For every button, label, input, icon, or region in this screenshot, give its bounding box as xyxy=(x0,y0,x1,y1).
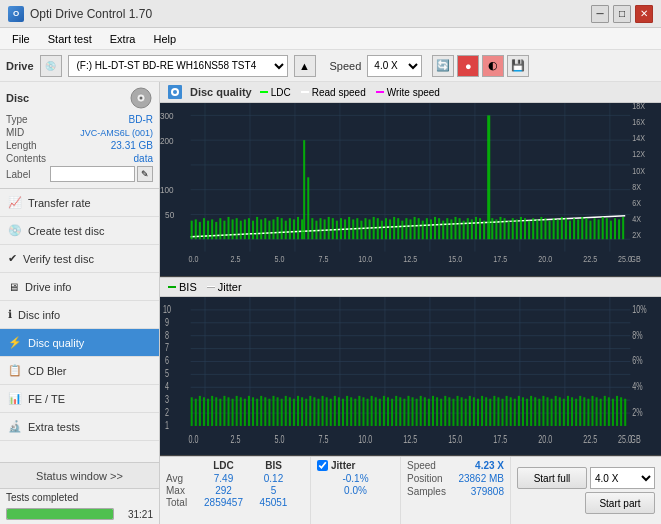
svg-rect-252 xyxy=(448,398,450,427)
speed-select[interactable]: 4.0 X xyxy=(367,55,422,77)
jitter-checkbox[interactable] xyxy=(317,460,328,471)
svg-text:9: 9 xyxy=(165,317,169,329)
svg-text:10: 10 xyxy=(163,304,171,316)
svg-rect-266 xyxy=(506,396,508,426)
svg-text:7: 7 xyxy=(165,343,169,355)
start-part-button[interactable]: Start part xyxy=(585,492,655,514)
right-panel: Disc quality LDC Read speed Write speed xyxy=(160,82,661,524)
save-icon[interactable]: 💾 xyxy=(507,55,529,77)
nav-fe-te[interactable]: 📊 FE / TE xyxy=(0,385,159,413)
svg-rect-264 xyxy=(497,398,499,427)
svg-text:20.0: 20.0 xyxy=(538,434,552,446)
disc-quality-icon: ⚡ xyxy=(8,336,22,349)
jitter-header-label: Jitter xyxy=(331,460,355,471)
svg-rect-94 xyxy=(426,218,428,239)
minimize-button[interactable]: ─ xyxy=(591,5,609,23)
max-jitter: 0.0% xyxy=(317,485,394,496)
nav-drive-info[interactable]: 🖥 Drive info xyxy=(0,273,159,301)
speed-label: Speed xyxy=(330,60,362,72)
nav-disc-info[interactable]: ℹ Disc info xyxy=(0,301,159,329)
svg-rect-134 xyxy=(594,218,596,239)
svg-rect-230 xyxy=(358,396,360,426)
svg-rect-132 xyxy=(585,218,587,239)
svg-rect-234 xyxy=(375,398,377,427)
disc-length-label: Length xyxy=(6,140,37,151)
svg-rect-120 xyxy=(536,219,538,239)
svg-text:8X: 8X xyxy=(632,182,641,192)
nav-transfer-rate[interactable]: 📈 Transfer rate xyxy=(0,189,159,217)
svg-rect-256 xyxy=(465,399,467,426)
svg-rect-88 xyxy=(401,221,403,240)
svg-rect-196 xyxy=(219,399,221,426)
svg-rect-202 xyxy=(244,399,246,426)
svg-rect-221 xyxy=(322,396,324,426)
action-buttons: Start full 4.0 X Start part xyxy=(510,457,661,524)
legend-jitter: Jitter xyxy=(207,281,242,293)
bis-legend-row: BIS Jitter xyxy=(160,277,661,297)
svg-rect-95 xyxy=(430,219,432,239)
svg-rect-75 xyxy=(348,217,350,239)
disc-label-row: Label ✎ xyxy=(6,166,153,182)
title-bar-left: O Opti Drive Control 1.70 xyxy=(8,6,152,22)
maximize-button[interactable]: □ xyxy=(613,5,631,23)
start-full-button[interactable]: Start full xyxy=(517,467,587,489)
menu-file[interactable]: File xyxy=(4,31,38,47)
nav-create-test-disc[interactable]: 💿 Create test disc xyxy=(0,217,159,245)
svg-rect-114 xyxy=(512,218,514,239)
svg-text:10.0: 10.0 xyxy=(358,434,372,446)
nav-disc-quality[interactable]: ⚡ Disc quality xyxy=(0,329,159,357)
svg-rect-109 xyxy=(491,218,493,239)
drive-label: Drive xyxy=(6,60,34,72)
disc-label-edit-btn[interactable]: ✎ xyxy=(137,166,153,182)
drive-icon-btn[interactable]: 💿 xyxy=(40,55,62,77)
status-window-button[interactable]: Status window >> xyxy=(0,463,159,489)
svg-rect-102 xyxy=(459,218,461,239)
legend-read-speed: Read speed xyxy=(301,87,366,98)
color-icon[interactable]: ◐ xyxy=(482,55,504,77)
svg-rect-227 xyxy=(346,396,348,426)
drive-select[interactable]: (F:) HL-DT-ST BD-RE WH16NS58 TST4 xyxy=(68,55,288,77)
disc-section: Disc Type BD-R MID JVC-AMS6L (001) Leng xyxy=(0,82,159,189)
svg-rect-59 xyxy=(281,218,283,239)
menu-help[interactable]: Help xyxy=(145,31,184,47)
chart-header: Disc quality LDC Read speed Write speed xyxy=(160,82,661,103)
svg-rect-124 xyxy=(553,218,555,239)
svg-rect-58 xyxy=(277,217,279,239)
svg-rect-136 xyxy=(602,217,604,239)
eject-button[interactable]: ▲ xyxy=(294,55,316,77)
svg-text:16X: 16X xyxy=(632,118,645,128)
disc-label-input[interactable] xyxy=(50,166,135,182)
svg-rect-294 xyxy=(620,398,622,427)
nav-verify-test-disc[interactable]: ✔ Verify test disc xyxy=(0,245,159,273)
svg-text:12.5: 12.5 xyxy=(403,254,417,264)
nav-cd-bler[interactable]: 📋 CD Bler xyxy=(0,357,159,385)
total-ldc: 2859457 xyxy=(196,497,251,508)
drive-action-icons: 🔄 ● ◐ 💾 xyxy=(432,55,529,77)
svg-rect-200 xyxy=(236,396,238,426)
settings-icon[interactable]: ● xyxy=(457,55,479,77)
svg-rect-274 xyxy=(538,399,540,426)
nav-extra-tests[interactable]: 🔬 Extra tests xyxy=(0,413,159,441)
svg-rect-293 xyxy=(616,396,618,426)
svg-rect-38 xyxy=(203,218,205,239)
chart-bis: 10 9 8 7 6 5 4 3 2 1 10% 8% 6% 4% 2% xyxy=(160,297,661,456)
menu-start-test[interactable]: Start test xyxy=(40,31,100,47)
svg-rect-128 xyxy=(569,221,571,240)
svg-text:8%: 8% xyxy=(632,330,643,342)
svg-rect-130 xyxy=(577,219,579,239)
close-button[interactable]: ✕ xyxy=(635,5,653,23)
svg-text:GB: GB xyxy=(630,254,640,264)
svg-text:7.5: 7.5 xyxy=(318,434,328,446)
svg-rect-259 xyxy=(477,399,479,426)
refresh-icon[interactable]: 🔄 xyxy=(432,55,454,77)
svg-text:6X: 6X xyxy=(632,198,641,208)
svg-point-2 xyxy=(140,97,143,100)
svg-rect-233 xyxy=(371,396,373,426)
speed-dropdown[interactable]: 4.0 X xyxy=(590,467,655,489)
menu-extra[interactable]: Extra xyxy=(102,31,144,47)
write-speed-dot xyxy=(376,91,384,93)
create-test-disc-label: Create test disc xyxy=(28,225,104,237)
svg-rect-93 xyxy=(422,221,424,240)
svg-rect-79 xyxy=(364,218,366,239)
speed-stat-label: Speed xyxy=(407,460,436,471)
